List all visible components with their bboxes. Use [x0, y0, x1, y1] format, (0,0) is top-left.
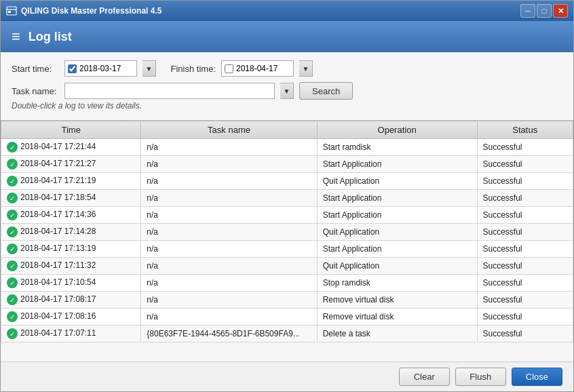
cell-operation: Start Application: [317, 156, 477, 173]
app-icon: [6, 5, 17, 16]
cell-operation: Start Application: [317, 190, 477, 207]
cell-taskname: n/a: [141, 241, 317, 258]
cell-taskname: n/a: [141, 292, 317, 309]
status-success-icon: ✓: [7, 277, 18, 288]
table-row[interactable]: ✓2018-04-17 17:08:16n/aRemove virtual di…: [1, 309, 573, 326]
col-header-operation: Operation: [317, 121, 477, 139]
status-success-icon: ✓: [7, 294, 18, 305]
cell-status: Successful: [477, 207, 573, 224]
status-success-icon: ✓: [7, 159, 18, 170]
finish-date-checkbox[interactable]: [225, 64, 233, 73]
cell-time: ✓2018-04-17 17:18:54: [1, 190, 141, 207]
title-bar-text: QILING Disk Master Professional 4.5: [21, 6, 161, 16]
minimize-button[interactable]: ─: [520, 4, 535, 18]
cell-status: Successful: [477, 326, 573, 342]
table-row[interactable]: ✓2018-04-17 17:21:44n/aStart ramdiskSucc…: [1, 139, 573, 156]
cell-status: Successful: [477, 241, 573, 258]
cell-time: ✓2018-04-17 17:21:19: [1, 173, 141, 190]
content-area: Start time: ▼ Finish time: ▼ Task name:: [1, 52, 573, 361]
table-row[interactable]: ✓2018-04-17 17:10:54n/aStop ramdiskSucce…: [1, 275, 573, 292]
cell-time: ✓2018-04-17 17:08:16: [1, 309, 141, 326]
cell-taskname: {80E63F7E-1944-4565-8D1F-6B509FA9...: [141, 326, 317, 342]
start-date-wrapper: [64, 60, 137, 77]
cell-taskname: n/a: [141, 173, 317, 190]
status-success-icon: ✓: [7, 142, 18, 153]
maximize-button[interactable]: □: [537, 4, 552, 18]
start-date-checkbox[interactable]: [68, 64, 77, 73]
flush-button[interactable]: Flush: [455, 368, 506, 386]
status-success-icon: ✓: [7, 227, 18, 237]
close-window-button[interactable]: ✕: [553, 4, 568, 18]
svg-rect-2: [8, 11, 11, 13]
cell-operation: Delete a task: [317, 326, 477, 342]
col-header-time: Time: [1, 121, 141, 139]
table-row[interactable]: ✓2018-04-17 17:13:19n/aStart Application…: [1, 241, 573, 258]
task-name-input[interactable]: [68, 86, 271, 96]
cell-status: Successful: [477, 224, 573, 241]
page-title: Log list: [28, 30, 72, 44]
filter-section: Start time: ▼ Finish time: ▼ Task name:: [1, 52, 573, 120]
finish-date-wrapper: [221, 60, 294, 77]
cell-operation: Remove virtual disk: [317, 309, 477, 326]
cell-taskname: n/a: [141, 309, 317, 326]
cell-status: Successful: [477, 139, 573, 156]
cell-operation: Start Application: [317, 241, 477, 258]
status-success-icon: ✓: [7, 243, 18, 254]
title-bar-controls: ─ □ ✕: [520, 4, 568, 18]
clear-button[interactable]: Clear: [399, 368, 450, 386]
cell-status: Successful: [477, 292, 573, 309]
status-success-icon: ✓: [7, 210, 18, 220]
table-row[interactable]: ✓2018-04-17 17:11:32n/aQuit ApplicationS…: [1, 258, 573, 275]
log-table: Time Task name Operation Status ✓2018-04…: [1, 121, 573, 342]
cell-time: ✓2018-04-17 17:11:32: [1, 258, 141, 275]
cell-taskname: n/a: [141, 139, 317, 156]
table-row[interactable]: ✓2018-04-17 17:21:27n/aStart Application…: [1, 156, 573, 173]
search-button[interactable]: Search: [299, 82, 353, 100]
finish-time-label: Finish time:: [161, 64, 216, 74]
cell-time: ✓2018-04-17 17:08:17: [1, 292, 141, 309]
cell-operation: Quit Application: [317, 224, 477, 241]
main-window: QILING Disk Master Professional 4.5 ─ □ …: [0, 0, 574, 392]
status-success-icon: ✓: [7, 328, 18, 339]
cell-operation: Quit Application: [317, 258, 477, 275]
status-success-icon: ✓: [7, 193, 18, 203]
table-row[interactable]: ✓2018-04-17 17:21:19n/aQuit ApplicationS…: [1, 173, 573, 190]
cell-status: Successful: [477, 258, 573, 275]
start-date-dropdown-btn[interactable]: ▼: [142, 60, 156, 77]
cell-status: Successful: [477, 190, 573, 207]
table-header-row: Time Task name Operation Status: [1, 121, 573, 139]
task-name-label: Task name:: [12, 86, 59, 96]
task-name-row: Task name: ▼ Search: [12, 82, 562, 100]
cell-time: ✓2018-04-17 17:07:11: [1, 326, 141, 342]
cell-operation: Remove virtual disk: [317, 292, 477, 309]
table-row[interactable]: ✓2018-04-17 17:08:17n/aRemove virtual di…: [1, 292, 573, 309]
hint-text: Double-click a log to view its details.: [12, 100, 562, 115]
status-success-icon: ✓: [7, 311, 18, 322]
cell-status: Successful: [477, 173, 573, 190]
cell-time: ✓2018-04-17 17:13:19: [1, 241, 141, 258]
col-header-taskname: Task name: [141, 121, 317, 139]
date-filter-row: Start time: ▼ Finish time: ▼: [12, 60, 562, 77]
cell-time: ✓2018-04-17 17:21:27: [1, 156, 141, 173]
table-row[interactable]: ✓2018-04-17 17:14:28n/aQuit ApplicationS…: [1, 224, 573, 241]
cell-time: ✓2018-04-17 17:14:36: [1, 207, 141, 224]
status-success-icon: ✓: [7, 176, 18, 187]
cell-taskname: n/a: [141, 275, 317, 292]
table-row[interactable]: ✓2018-04-17 17:18:54n/aStart Application…: [1, 190, 573, 207]
cell-taskname: n/a: [141, 224, 317, 241]
table-row[interactable]: ✓2018-04-17 17:14:36n/aStart Application…: [1, 207, 573, 224]
footer: Clear Flush Close: [1, 361, 573, 391]
table-container[interactable]: Time Task name Operation Status ✓2018-04…: [1, 120, 573, 361]
start-date-input[interactable]: [79, 64, 134, 73]
finish-date-input[interactable]: [236, 64, 290, 73]
cell-time: ✓2018-04-17 17:21:44: [1, 139, 141, 156]
close-button[interactable]: Close: [512, 368, 562, 386]
task-name-input-wrapper: [64, 83, 275, 99]
cell-taskname: n/a: [141, 190, 317, 207]
cell-operation: Start Application: [317, 207, 477, 224]
cell-status: Successful: [477, 275, 573, 292]
table-row[interactable]: ✓2018-04-17 17:07:11{80E63F7E-1944-4565-…: [1, 326, 573, 342]
finish-date-dropdown-btn[interactable]: ▼: [299, 60, 313, 77]
task-name-dropdown-btn[interactable]: ▼: [280, 83, 294, 99]
start-time-label: Start time:: [12, 64, 59, 74]
